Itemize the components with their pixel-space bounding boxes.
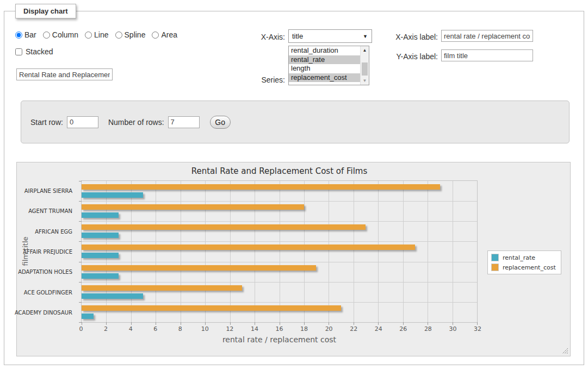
start-row-input[interactable] — [67, 116, 98, 128]
scrollbar-thumb[interactable] — [362, 62, 368, 76]
x-axis-tick-mark — [477, 322, 478, 325]
x-axis-tick-label: 24 — [375, 325, 382, 333]
x-axis-select[interactable]: title ▼ — [288, 29, 372, 43]
y-axis-label-input[interactable] — [441, 49, 533, 61]
y-axis-category-label: AFRICAN EGG — [35, 228, 72, 234]
bar-replacement_cost — [82, 285, 242, 291]
bar-rental_rate — [82, 233, 119, 238]
bar-group — [82, 262, 477, 282]
x-axis-tick-label: 16 — [276, 325, 283, 333]
chart-type-radio-spline[interactable] — [115, 32, 122, 39]
stacked-label: Stacked — [26, 47, 53, 56]
series-options: rental_durationrental_ratelengthreplacem… — [289, 46, 360, 85]
series-option-rental_rate[interactable]: rental_rate — [289, 55, 360, 65]
x-axis-tick-mark — [428, 322, 428, 325]
row-range-panel: Start row: Number of rows: Go — [21, 101, 570, 143]
chart-legend: rental_ratereplacement_cost — [487, 250, 561, 274]
stacked-checkbox[interactable] — [15, 48, 22, 55]
y-axis-labels: AIRPLANE SIERRAAGENT TRUMANAFRICAN EGGAF… — [17, 180, 77, 323]
chart-type-radio-line[interactable] — [85, 32, 92, 39]
chart-type-option-area[interactable]: Area — [152, 30, 177, 39]
chart-type-option-line[interactable]: Line — [85, 30, 108, 39]
x-axis-selected-value: title — [292, 32, 303, 40]
x-axis-tick-label: 0 — [79, 325, 83, 333]
x-axis-tick-label: 28 — [424, 325, 432, 333]
series-listbox[interactable]: rental_durationrental_ratelengthreplacem… — [288, 46, 369, 85]
series-scrollbar[interactable]: ▲ ▼ — [360, 46, 369, 85]
x-axis-tick-label: 4 — [129, 325, 133, 333]
legend-label: rental_rate — [503, 254, 535, 261]
x-axis-tick-label: 6 — [153, 325, 157, 333]
y-axis-category-label: ADAPTATION HOLES — [18, 269, 72, 275]
bar-rental_rate — [82, 293, 143, 299]
y-axis-category-label: AFFAIR PREJUDICE — [23, 249, 72, 255]
legend-item: replacement_cost — [491, 264, 556, 271]
series-option-rental_duration[interactable]: rental_duration — [289, 46, 360, 55]
x-axis-select-label: X-Axis: — [246, 33, 285, 41]
series-listbox-label: Series: — [246, 76, 285, 84]
bar-replacement_cost — [82, 204, 304, 210]
number-of-rows-input[interactable] — [168, 116, 200, 128]
chart-type-option-column[interactable]: Column — [43, 30, 78, 39]
chart-type-label: Line — [94, 30, 108, 39]
start-row-label: Start row: — [30, 118, 63, 127]
bar-group — [82, 282, 477, 302]
bar-replacement_cost — [82, 224, 366, 230]
chart-type-label: Column — [52, 30, 78, 39]
bar-replacement_cost — [82, 244, 415, 250]
bar-group — [82, 241, 477, 261]
page: Display chart BarColumnLineSplineArea St… — [0, 0, 588, 370]
x-axis-tick-mark — [403, 322, 404, 325]
plot-area — [81, 180, 478, 323]
x-axis-label-input[interactable] — [441, 30, 533, 42]
x-axis-tick-mark — [280, 322, 280, 325]
x-axis-tick-mark — [304, 322, 305, 325]
x-axis-tick-label: 12 — [226, 325, 233, 333]
bar-replacement_cost — [82, 265, 316, 271]
legend-label: replacement_cost — [503, 264, 556, 271]
legend-swatch-rental_rate — [491, 254, 499, 261]
x-axis-tick-mark — [453, 322, 453, 325]
x-axis-tick-label: 2 — [104, 325, 108, 333]
chart-type-label: Spline — [125, 30, 146, 39]
y-axis-category-label: ACADEMY DINOSAUR — [15, 310, 72, 316]
scroll-down-icon[interactable]: ▼ — [361, 77, 369, 85]
x-axis-tick-mark — [205, 322, 206, 325]
bar-group — [82, 201, 477, 221]
chart-type-label: Area — [161, 30, 177, 39]
stacked-row: Stacked — [15, 47, 53, 56]
series-option-length[interactable]: length — [289, 64, 360, 73]
bar-group — [82, 181, 477, 201]
x-axis-tick-mark — [329, 322, 329, 325]
chart-type-radio-column[interactable] — [43, 32, 50, 39]
x-axis-tick-label: 30 — [449, 325, 456, 333]
bar-rental_rate — [82, 313, 94, 319]
y-axis-label-field-label: Y-Axis label: — [386, 52, 438, 61]
x-axis-tick-mark — [354, 322, 354, 325]
x-axis-tick-mark — [82, 322, 82, 325]
x-axis-tick-mark — [156, 322, 156, 325]
chart-type-radio-area[interactable] — [152, 32, 159, 39]
x-axis-tick-mark — [181, 322, 181, 325]
chart-type-radio-bar[interactable] — [15, 32, 22, 39]
chart-type-option-bar[interactable]: Bar — [15, 30, 36, 39]
number-of-rows-label: Number of rows: — [108, 118, 164, 127]
chart-type-label: Bar — [24, 30, 36, 39]
x-axis-tick-mark — [106, 322, 107, 325]
x-axis-tick-mark — [131, 322, 132, 325]
series-option-replacement_cost[interactable]: replacement_cost — [289, 73, 360, 83]
bar-replacement_cost — [82, 305, 341, 311]
chart-type-radio-group: BarColumnLineSplineArea — [15, 30, 182, 39]
x-axis-tick-label: 22 — [350, 325, 357, 333]
go-button[interactable]: Go — [210, 116, 231, 129]
scroll-up-icon[interactable]: ▲ — [361, 46, 369, 54]
bar-rental_rate — [82, 212, 119, 218]
x-axis-tick-label: 8 — [178, 325, 182, 333]
y-axis-category-label: ACE GOLDFINGER — [24, 289, 72, 295]
chart-title-input[interactable] — [16, 68, 113, 80]
bar-group — [82, 221, 477, 241]
resize-handle-icon[interactable] — [562, 348, 568, 354]
chart-type-option-spline[interactable]: Spline — [115, 30, 146, 39]
x-axis-tick-label: 32 — [474, 325, 481, 333]
x-axis-tick-mark — [230, 322, 231, 325]
